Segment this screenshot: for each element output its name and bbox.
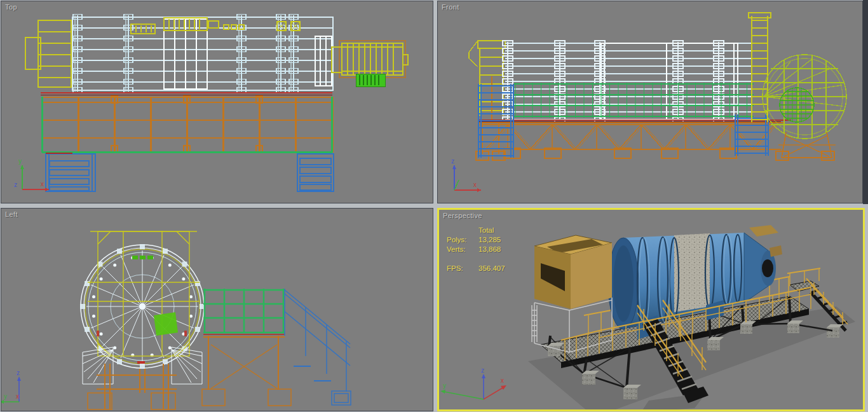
top-skid-lines <box>41 93 332 95</box>
left-frame-wireframe <box>88 231 200 356</box>
top-platform-wireframe <box>42 96 332 153</box>
axis-gizmo-icon: z y x <box>1 369 21 404</box>
axis-gizmo-icon: z x <box>451 158 482 192</box>
stats-total-label: Total <box>478 226 505 234</box>
svg-text:x: x <box>16 393 19 400</box>
front-gear-support <box>776 132 836 160</box>
stats-polys-value: 13,285 <box>478 236 505 244</box>
viewport-perspective[interactable]: Perspective Total Polys: 13,285 Verts: 1… <box>437 208 865 411</box>
axis-gizmo-icon: y x z <box>14 158 50 191</box>
stats-verts-value: 13,868 <box>478 245 505 253</box>
svg-text:z: z <box>481 367 484 374</box>
viewport-layout: Top <box>0 0 868 412</box>
left-stairs-wireframe <box>285 289 351 405</box>
front-railing-wireframe <box>514 83 754 118</box>
svg-text:x: x <box>473 181 477 188</box>
left-green-dashes <box>132 256 153 259</box>
hopper-render[interactable] <box>534 235 612 309</box>
svg-text:z: z <box>17 369 20 376</box>
viewport-label-front[interactable]: Front <box>442 3 459 11</box>
top-stairs-wireframe <box>46 154 334 191</box>
axis-gizmo-icon: z x y <box>440 367 506 399</box>
stats-fps-label: FPS: <box>447 264 475 272</box>
screen-edge-strip <box>863 0 868 204</box>
front-pinion-wireframe <box>780 88 814 122</box>
svg-text:y: y <box>4 393 7 400</box>
left-drum-end-wireframe <box>80 244 205 369</box>
top-view-wireframe: y x z <box>1 1 433 203</box>
viewport-top[interactable]: Top <box>1 1 433 203</box>
svg-text:x: x <box>501 377 504 384</box>
viewport-left[interactable]: Left <box>1 208 433 411</box>
stats-fps-value: 356.407 <box>478 264 505 272</box>
front-hopper-wireframe <box>469 41 505 116</box>
stats-polys-label: Polys: <box>447 236 475 244</box>
left-view-wireframe: z y x <box>1 209 433 411</box>
svg-text:x: x <box>41 181 44 188</box>
viewport-label-left[interactable]: Left <box>5 210 18 218</box>
svg-text:y: y <box>18 158 22 165</box>
top-motor-wireframe <box>332 41 408 86</box>
left-green-panel <box>154 312 178 336</box>
viewport-label-perspective[interactable]: Perspective <box>443 212 482 219</box>
viewport-statistics: Total Polys: 13,285 Verts: 13,868 FPS: 3… <box>447 226 505 272</box>
top-drum-shell-panel <box>164 19 332 89</box>
svg-text:y: y <box>443 382 446 389</box>
stats-verts-label: Verts: <box>447 245 475 253</box>
stats-spacer <box>447 226 475 234</box>
left-railing-wireframe <box>203 289 285 333</box>
svg-text:z: z <box>14 181 17 188</box>
front-view-wireframe: z x <box>438 1 862 203</box>
viewport-front[interactable]: Front <box>437 1 863 203</box>
left-truss-wireframe <box>202 336 291 406</box>
svg-text:z: z <box>451 158 454 165</box>
viewport-label-top[interactable]: Top <box>5 3 17 11</box>
